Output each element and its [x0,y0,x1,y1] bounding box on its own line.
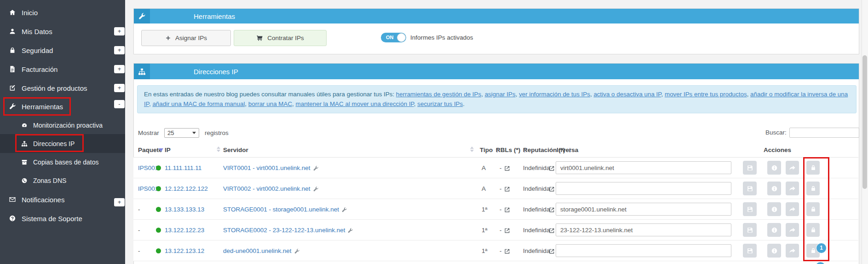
page-size-select[interactable]: 25 [164,128,199,138]
ip-link[interactable]: 13.122.123.12 [165,241,204,261]
contratar-ips-label: Contratar IPs [267,35,304,41]
rbls-external-link[interactable] [504,178,510,199]
collapse-panel-button[interactable] [841,27,848,35]
rbls-external-link[interactable] [504,220,510,241]
move-ip-button[interactable] [786,161,799,175]
sidebar-item-label: Gestión de productos [22,84,87,92]
expand-toggle-notificaciones[interactable]: + [114,198,125,206]
column-header-servidor[interactable]: Servidor [223,146,248,155]
sidebar-item-copias-bases-datos[interactable]: Copias bases de datos [0,153,146,171]
paquete-cell: - [138,220,140,241]
contratar-ips-button[interactable]: Contratar IPs [234,30,327,46]
expand-toggle-gestion[interactable]: + [114,84,125,92]
servidor-link[interactable]: VIRT0001 - virt0001.unelink.net [223,164,310,171]
save-inversa-button[interactable] [743,182,757,195]
sidebar-item-label: Notificaciones [22,196,64,204]
inversa-input[interactable] [556,223,731,236]
inversa-input[interactable] [556,244,731,257]
reputacion-external-link[interactable] [549,220,555,241]
scrollbar-thumb[interactable] [862,55,867,189]
expand-toggle-facturacion[interactable]: + [114,65,125,73]
asignar-ips-button[interactable]: Asignar IPs [141,30,231,46]
share-icon [789,164,796,171]
inversa-input[interactable] [556,161,731,174]
wrench-icon[interactable] [313,186,319,192]
tipo-cell: A [482,158,486,178]
secure-ip-button[interactable] [806,223,820,237]
wrench-icon[interactable] [294,248,300,254]
servidor-cell: VIRT0001 - virt0001.unelink.net [223,158,319,178]
ip-link[interactable]: 13.133.133.13 [165,199,204,220]
sort-arrows-icon [217,147,220,152]
alert-link-anadir-mac[interactable]: añadir una MAC de forma manual [152,100,245,107]
reputacion-cell: Indefinida [523,178,550,199]
save-inversa-button[interactable] [743,223,757,237]
save-inversa-button[interactable] [743,202,757,216]
secure-ip-button[interactable] [806,161,820,175]
rbls-external-link[interactable] [504,158,510,178]
sidebar-item-sistema-soporte[interactable]: Sistema de Soporte [0,209,134,228]
save-inversa-button[interactable] [743,244,757,258]
servidor-link[interactable]: STORAGE0001 - storage0001.unelink.net [223,206,339,213]
question-circle-icon [9,215,16,222]
move-ip-button-disabled[interactable] [786,223,799,237]
ip-link[interactable]: 12.122.122.122 [165,178,208,199]
inversa-input[interactable] [556,182,731,195]
reputacion-external-link[interactable] [549,158,555,178]
rbls-external-link[interactable] [504,199,510,220]
collapse-toggle-herramientas[interactable]: - [114,100,125,108]
paquete-link[interactable]: IPS001 [138,158,158,178]
alert-link-ver-informacion[interactable]: ver información de tus IPs [519,91,590,98]
inversa-input[interactable] [556,203,731,216]
show-label: Mostrar [138,129,159,136]
expand-toggle-seguridad[interactable]: + [114,46,125,54]
reputacion-external-link[interactable] [549,178,555,199]
paquete-link[interactable]: IPS001 [138,178,158,199]
secure-ip-button[interactable] [806,182,820,195]
reputacion-external-link[interactable] [549,241,555,261]
secure-ip-button[interactable] [806,202,820,216]
alert-link-mover-ips[interactable]: mover IPs entre tus productos [665,91,747,98]
wrench-icon[interactable] [313,165,319,171]
save-inversa-button[interactable] [743,161,757,175]
servidor-link[interactable]: ded-une0001.unelink.net [223,247,292,254]
search-input[interactable] [789,128,859,138]
servidor-link[interactable]: STORAGE0002 - 23-122-122-13.unelink.net [223,227,345,234]
ip-info-button[interactable] [767,223,781,237]
ip-info-button[interactable] [767,161,781,175]
ip-status-dot [156,228,161,233]
alert-link-herramientas-gestion[interactable]: herramientas de gestión de IPs [396,91,481,98]
expand-toggle-mis-datos[interactable]: + [114,27,125,35]
column-header-inversa[interactable]: Inversa [557,146,578,155]
sidebar-item-direcciones-ip[interactable]: Direcciones IP [0,135,146,153]
servidor-link[interactable]: VIRT0002 - virt0002.unelink.net [223,185,310,192]
move-ip-button[interactable] [786,182,799,195]
globe-icon [21,177,28,184]
alert-link-mantener-mac[interactable]: mantener la MAC al mover una dirección I… [296,100,414,107]
tipo-cell: 1ª [482,199,488,220]
alert-link-securizar-ips[interactable]: securizar tus IPs [417,100,463,107]
blog-help-alert: En estas entradas de nuestro blog puedes… [137,85,857,113]
move-ip-button[interactable] [786,244,799,258]
sidebar-item-monitorizacion-proactiva[interactable]: Monitorización proactiva [0,116,146,135]
ip-info-button[interactable] [767,202,781,216]
informes-ips-toggle[interactable]: ON [381,33,406,42]
ip-info-button[interactable] [767,244,781,258]
external-link-icon [549,248,555,254]
alert-link-asignar-ips[interactable]: asignar IPs [485,91,516,98]
save-icon [747,185,753,192]
ip-link[interactable]: 11.111.111.11 [165,158,201,178]
sidebar-item-inicio[interactable]: Inicio [0,3,134,22]
wrench-icon[interactable] [341,207,347,213]
alert-link-activa-desactiva[interactable]: activa o desactiva una IP [593,91,661,98]
column-header-rbls[interactable]: RBLs (*) [496,146,527,155]
alert-link-borrar-mac[interactable]: borrar una MAC [248,100,292,107]
reputacion-external-link[interactable] [549,199,555,220]
move-ip-button-disabled[interactable] [786,202,799,216]
ip-link[interactable]: 13.122.122.23 [165,220,204,241]
wrench-icon[interactable] [347,228,353,234]
sidebar-item-zonas-dns[interactable]: Zonas DNS [0,171,146,190]
rbls-external-link[interactable] [504,241,510,261]
ip-info-button[interactable] [767,182,781,195]
column-header-ip[interactable]: IP [165,146,171,155]
